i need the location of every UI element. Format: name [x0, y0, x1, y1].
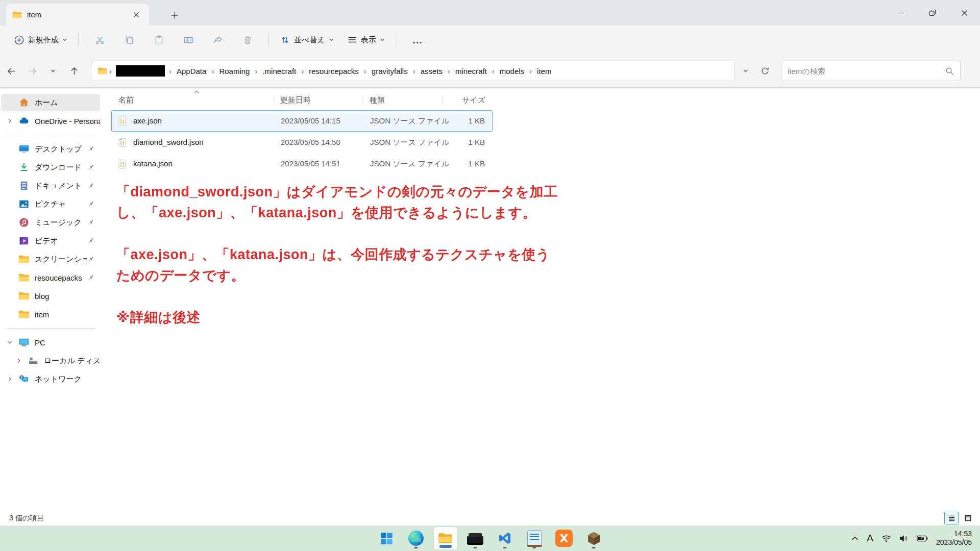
- delete-icon[interactable]: [241, 34, 254, 46]
- taskbar-edge[interactable]: [404, 527, 428, 549]
- sidebar-item-music[interactable]: ミュージック: [1, 214, 100, 231]
- vscode-icon: [498, 531, 512, 545]
- share-icon[interactable]: [212, 34, 224, 46]
- sidebar-item-pictures[interactable]: ピクチャ: [1, 195, 100, 213]
- address-dropdown-button[interactable]: [737, 62, 754, 80]
- paste-icon[interactable]: [153, 34, 165, 46]
- file-row-katana-json[interactable]: { } katana.json 2023/05/05 14:51 JSON ソー…: [111, 153, 493, 174]
- search-input[interactable]: [788, 67, 945, 76]
- breadcrumb-redacted-user[interactable]: [116, 65, 165, 77]
- column-header-name[interactable]: 名前: [118, 95, 134, 105]
- breadcrumb-segment[interactable]: Roaming: [216, 65, 253, 77]
- sort-button[interactable]: 並べ替え: [275, 31, 338, 49]
- sidebar-item-pc[interactable]: PC: [1, 334, 100, 351]
- back-button[interactable]: [2, 61, 21, 81]
- taskbar-dev-box[interactable]: [463, 527, 487, 549]
- breadcrumb-segment[interactable]: resourcepacks: [306, 65, 362, 77]
- svg-text:{ }: { }: [120, 119, 125, 124]
- arrow-left-icon: [7, 66, 16, 76]
- sidebar-item-downloads[interactable]: ダウンロード: [1, 159, 100, 176]
- sidebar-item-blog[interactable]: blog: [1, 287, 100, 305]
- file-type: JSON ソース ファイル: [370, 116, 449, 126]
- battery-charging-icon[interactable]: [917, 535, 928, 542]
- search-icon[interactable]: [945, 67, 954, 76]
- svg-text:{ }: { }: [120, 162, 125, 167]
- column-header-size[interactable]: サイズ: [462, 95, 485, 105]
- sidebar-item-videos[interactable]: ビデオ: [1, 232, 100, 249]
- column-divider[interactable]: [442, 95, 443, 105]
- up-button[interactable]: [64, 61, 84, 81]
- notepad-icon: [527, 530, 542, 546]
- column-divider[interactable]: [274, 95, 274, 105]
- forward-button[interactable]: [22, 61, 42, 81]
- sidebar-item-home[interactable]: ホーム: [1, 94, 100, 111]
- new-button-label: 新規作成: [28, 35, 59, 45]
- json-file-icon: { }: [117, 116, 128, 127]
- sidebar-item-documents[interactable]: ドキュメント: [1, 177, 100, 194]
- explorer-tab[interactable]: item: [6, 4, 149, 26]
- minimize-button[interactable]: [885, 0, 917, 26]
- address-bar[interactable]: › › AppData › Roaming › .minecraft › res…: [91, 61, 735, 81]
- chevron-down-icon: [380, 37, 385, 42]
- taskbar-minecraft[interactable]: [582, 527, 605, 549]
- tray-chevron-up-icon[interactable]: [851, 536, 859, 541]
- large-icons-view-button[interactable]: [961, 512, 975, 524]
- copy-icon[interactable]: [123, 34, 135, 46]
- ime-mode-indicator[interactable]: A: [867, 533, 873, 544]
- new-tab-button[interactable]: [167, 8, 182, 22]
- clock[interactable]: 14:53 2023/05/05: [936, 530, 972, 547]
- breadcrumb-segment[interactable]: gravityfalls: [369, 65, 411, 77]
- file-row-axe-json[interactable]: { } axe.json 2023/05/05 14:15 JSON ソース フ…: [111, 110, 493, 132]
- more-options-button[interactable]: …: [412, 34, 424, 46]
- view-button[interactable]: 表示: [342, 31, 389, 48]
- start-button[interactable]: [375, 527, 398, 549]
- sidebar-item-label: ピクチャ: [35, 199, 87, 209]
- close-button[interactable]: [948, 0, 980, 26]
- cut-icon[interactable]: [93, 34, 106, 46]
- sidebar-item-network[interactable]: ネットワーク: [1, 370, 100, 388]
- pin-icon: [87, 145, 95, 153]
- sidebar-item-onedrive[interactable]: OneDrive - Persona: [1, 112, 100, 130]
- taskbar-vscode[interactable]: [493, 527, 517, 549]
- file-row-diamond-sword-json[interactable]: { } diamond_sword.json 2023/05/05 14:50 …: [111, 132, 493, 153]
- breadcrumb-segment[interactable]: assets: [418, 65, 446, 77]
- sidebar-item-item[interactable]: item: [1, 306, 100, 323]
- refresh-button[interactable]: [756, 62, 774, 80]
- column-divider[interactable]: [363, 95, 363, 105]
- chevron-right-icon[interactable]: [4, 118, 15, 123]
- maximize-button[interactable]: [917, 0, 948, 26]
- tab-close-icon[interactable]: [130, 8, 143, 21]
- sidebar-item-resoucepacks[interactable]: resoucepacks: [1, 269, 100, 286]
- wifi-icon[interactable]: [881, 535, 891, 542]
- taskbar-file-explorer[interactable]: [434, 527, 457, 549]
- breadcrumb-segment[interactable]: models: [497, 65, 527, 77]
- sidebar-item-screenshots[interactable]: スクリーンショット: [1, 251, 100, 268]
- column-header-type[interactable]: 種類: [370, 95, 385, 105]
- new-button[interactable]: 新規作成: [9, 31, 72, 49]
- sidebar-item-local-disk-c[interactable]: ローカル ディスク (C:): [1, 352, 100, 369]
- chevron-down-icon[interactable]: [4, 340, 15, 345]
- breadcrumb-segment[interactable]: minecraft: [452, 65, 490, 77]
- sidebar-item-label: ネットワーク: [35, 374, 100, 384]
- taskbar-xampp[interactable]: X: [552, 527, 576, 549]
- rename-icon[interactable]: [182, 34, 194, 46]
- annotation-line: [116, 286, 558, 307]
- pin-icon: [87, 163, 95, 171]
- taskbar-notepad[interactable]: [523, 527, 546, 549]
- breadcrumb-segment[interactable]: item: [534, 65, 554, 77]
- taskbar: X A 14:53 2023/05/05: [0, 525, 980, 551]
- recent-locations-button[interactable]: [43, 61, 63, 81]
- details-view-button[interactable]: [944, 512, 959, 524]
- dev-box-icon: [467, 536, 483, 545]
- chevron-right-icon[interactable]: [4, 377, 15, 382]
- breadcrumb-separator: ›: [362, 67, 369, 76]
- breadcrumb-segment[interactable]: .minecraft: [259, 65, 299, 77]
- breadcrumb-segment[interactable]: AppData: [174, 65, 209, 77]
- file-name: katana.json: [133, 159, 173, 168]
- details-view-icon: [948, 514, 955, 522]
- chevron-right-icon[interactable]: [13, 358, 24, 363]
- column-header-modified[interactable]: 更新日時: [280, 95, 311, 105]
- volume-icon[interactable]: [899, 535, 909, 542]
- chevron-down-icon: [329, 37, 334, 42]
- sidebar-item-desktop[interactable]: デスクトップ: [1, 140, 100, 158]
